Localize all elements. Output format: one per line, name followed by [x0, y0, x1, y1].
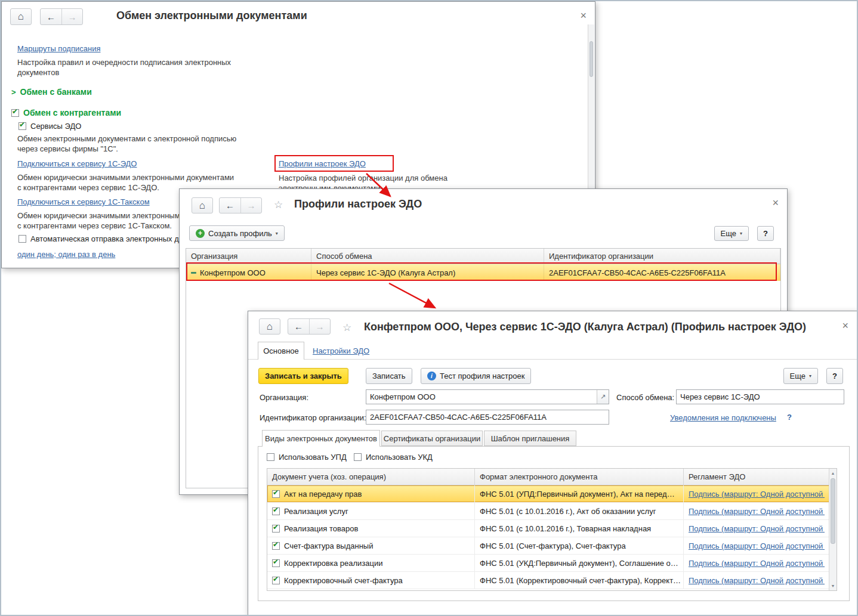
auto-send-checkbox[interactable]: [18, 235, 26, 243]
notifications-link[interactable]: Уведомления не подключены: [670, 413, 776, 422]
group-banks[interactable]: > Обмен с банками: [11, 87, 92, 97]
doc-row-schet-faktura[interactable]: ✔ Счет-фактура выданный ФНС 5.01 (Счет-ф…: [267, 537, 830, 555]
table-header: Документ учета (хоз. операция) Формат эл…: [267, 469, 830, 485]
cell-format: ФНС 5.01 (УКД:Первичный документ), Согла…: [475, 555, 684, 571]
tab-certificates[interactable]: Сертификаты организации: [381, 431, 483, 446]
signing-routes-description: Настройка правил и очередности подписани…: [17, 57, 238, 78]
home-button[interactable]: ⌂: [10, 8, 32, 25]
use-ukd-checkbox-row[interactable]: Использовать УКД: [354, 453, 433, 462]
signing-routes-link[interactable]: Маршруты подписания: [17, 44, 100, 53]
tab-edo-settings-link[interactable]: Настройки ЭДО: [313, 346, 369, 355]
help-button[interactable]: ?: [826, 368, 843, 384]
notifications-help-icon[interactable]: ?: [787, 413, 792, 422]
tab-main[interactable]: Основное: [258, 342, 304, 360]
use-upd-checkbox[interactable]: [267, 453, 274, 461]
column-header-document[interactable]: Документ учета (хоз. операция): [267, 469, 475, 485]
row-checkbox[interactable]: ✔: [272, 559, 280, 567]
identifier-input-value: 2AEF01CFAA7-CB50-4CAC-A6E5-C225F06FA11A: [370, 413, 609, 422]
reglament-link[interactable]: Подпись (маршрут: Одной доступной п: [689, 576, 825, 585]
forward-button[interactable]: →: [309, 319, 330, 334]
cell-format: ФНС 5.01 (Счет-фактура), Счет-фактура: [475, 537, 684, 554]
close-icon[interactable]: ×: [772, 197, 779, 208]
group-counterparties[interactable]: ✔ Обмен с контрагентами: [11, 108, 121, 117]
scrollbar-thumb[interactable]: [831, 478, 835, 544]
back-button[interactable]: ←: [220, 198, 240, 213]
close-icon[interactable]: ×: [580, 10, 587, 21]
doc-row-korrektirovochnyj-schet[interactable]: ✔ Корректировочный счет-фактура ФНС 5.01…: [267, 572, 830, 589]
edo-services-checkbox[interactable]: ✔: [18, 122, 26, 130]
schedule-link[interactable]: один день; один раз в день: [17, 250, 115, 259]
open-button[interactable]: ↗: [597, 390, 609, 404]
forward-button[interactable]: →: [240, 198, 261, 213]
home-icon: ⌂: [199, 200, 205, 212]
save-and-close-button[interactable]: Записать и закрыть: [258, 368, 348, 384]
cell-reglament: Подпись (маршрут: Одной доступной п: [684, 503, 830, 519]
scroll-down-icon[interactable]: ▼: [829, 582, 837, 590]
back-button[interactable]: ←: [41, 9, 61, 24]
scrollbar-thumb[interactable]: [590, 41, 593, 77]
scroll-up-icon[interactable]: ▲: [829, 469, 837, 477]
doc-row-realizaciya-uslug[interactable]: ✔ Реализация услуг ФНС 5.01 (с 10.01.201…: [267, 503, 830, 520]
use-ukd-checkbox[interactable]: [354, 453, 362, 461]
tab-invitation-template[interactable]: Шаблон приглашения: [484, 431, 576, 446]
column-header-format[interactable]: Формат электронного документа: [475, 469, 684, 485]
row-checkbox[interactable]: ✔: [272, 577, 280, 584]
table-row-konfetprom[interactable]: Конфетпром ООО Через сервис 1С-ЭДО (Калу…: [186, 264, 780, 281]
history-nav: ← →: [219, 197, 262, 213]
organization-input-value: Конфетпром ООО: [370, 392, 597, 401]
row-checkbox[interactable]: ✔: [272, 525, 280, 533]
column-header-organization[interactable]: Организация: [186, 249, 311, 264]
doc-row-akt-peredacha-prav[interactable]: ✔ Акт на передачу прав ФНС 5.01 (УПД:Пер…: [267, 485, 830, 503]
row-checkbox[interactable]: ✔: [272, 490, 280, 498]
forward-button[interactable]: →: [61, 9, 82, 24]
reglament-link[interactable]: Подпись (маршрут: Одной доступной п: [689, 507, 825, 516]
test-profile-button[interactable]: i Тест профиля настроек: [421, 368, 531, 384]
checkmark-icon: ✔: [273, 488, 279, 497]
row-checkbox[interactable]: ✔: [272, 542, 280, 550]
column-header-identifier[interactable]: Идентификатор организации: [544, 249, 780, 264]
method-input[interactable]: Через сервис 1С-ЭДО: [676, 389, 844, 404]
auto-send-checkbox-row[interactable]: Автоматическая отправка электронных до: [18, 234, 181, 243]
more-button[interactable]: Еще ▾: [783, 368, 818, 384]
cell-organization: Конфетпром ООО: [186, 264, 311, 281]
open-icon: ↗: [600, 393, 606, 401]
create-profile-button[interactable]: + Создать профиль ▾: [189, 225, 285, 241]
checkmark-icon: ✔: [273, 506, 279, 514]
info-icon: i: [427, 372, 436, 380]
cell-format: ФНС 5.01 (с 10.01.2016 г.), Товарная нак…: [475, 520, 684, 537]
profiles-edo-link[interactable]: Профили настроек ЭДО: [279, 159, 366, 168]
use-upd-checkbox-row[interactable]: Использовать УПД: [267, 453, 347, 462]
more-button[interactable]: Еще ▾: [714, 226, 749, 241]
cell-format: ФНС 5.01 (с 10.01.2016 г.), Акт об оказа…: [475, 503, 684, 519]
history-nav: ← →: [40, 8, 83, 25]
connect-1c-edo-link[interactable]: Подключиться к сервису 1С-ЭДО: [17, 159, 137, 168]
home-button[interactable]: ⌂: [259, 318, 280, 335]
close-icon[interactable]: ×: [842, 320, 848, 331]
doc-row-realizaciya-tovarov[interactable]: ✔ Реализация товаров ФНС 5.01 (с 10.01.2…: [267, 520, 830, 537]
column-header-method[interactable]: Способ обмена: [311, 249, 544, 264]
reglament-link[interactable]: Подпись (маршрут: Одной доступной п: [689, 490, 825, 499]
favorite-star-icon[interactable]: ☆: [274, 199, 283, 211]
tab-certificates-label: Сертификаты организации: [384, 434, 480, 443]
help-button[interactable]: ?: [757, 226, 774, 241]
back-button[interactable]: ←: [288, 319, 309, 334]
reglament-link[interactable]: Подпись (маршрут: Одной доступной п: [689, 541, 825, 550]
organization-input[interactable]: Конфетпром ООО ↗: [366, 389, 609, 404]
tab-doc-types[interactable]: Виды электронных документов: [262, 430, 380, 447]
column-header-reglament[interactable]: Регламент ЭДО: [684, 469, 830, 485]
reglament-link[interactable]: Подпись (маршрут: Одной доступной п: [689, 524, 825, 533]
counterparties-checkbox[interactable]: ✔: [11, 109, 19, 117]
checkmark-icon: ✔: [12, 107, 18, 116]
connect-taxcom-link[interactable]: Подключиться к сервису 1С-Такском: [17, 197, 150, 206]
document-label: Счет-фактура выданный: [284, 541, 373, 550]
row-checkbox[interactable]: ✔: [272, 507, 280, 515]
edo-services-checkbox-row[interactable]: ✔ Сервисы ЭДО: [18, 122, 81, 131]
format-value: ФНС 5.01 (Счет-фактура), Счет-фактура: [480, 541, 626, 550]
favorite-star-icon[interactable]: ☆: [342, 321, 351, 334]
home-button[interactable]: ⌂: [192, 197, 213, 213]
doc-row-korrektirovka[interactable]: ✔ Корректировка реализации ФНС 5.01 (УКД…: [267, 555, 830, 572]
reglament-link[interactable]: Подпись (маршрут: Одной доступной п: [689, 559, 825, 568]
doc-table-scrollbar[interactable]: ▲ ▼: [829, 469, 837, 590]
save-button[interactable]: Записать: [366, 368, 412, 384]
identifier-input[interactable]: 2AEF01CFAA7-CB50-4CAC-A6E5-C225F06FA11A: [366, 410, 609, 425]
